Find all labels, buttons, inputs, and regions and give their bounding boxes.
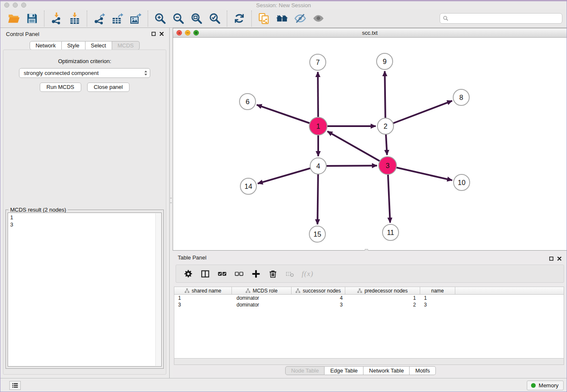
- table-tab-motifs[interactable]: Motifs: [410, 366, 436, 375]
- minimize-window-button[interactable]: [13, 3, 18, 8]
- result-line: 1: [10, 214, 159, 221]
- network-close-icon[interactable]: [176, 30, 182, 36]
- table-cell[interactable]: 1: [174, 295, 232, 301]
- node-label-10: 10: [458, 179, 465, 186]
- table-horizontal-scrollbar[interactable]: [174, 359, 564, 365]
- tab-mcds[interactable]: MCDS: [112, 41, 140, 50]
- show-eye-icon[interactable]: [312, 12, 325, 25]
- import-table-icon[interactable]: [68, 12, 81, 25]
- criterion-select[interactable]: strongly connected component: [19, 68, 150, 78]
- close-table-panel-icon[interactable]: [557, 255, 561, 262]
- list-icon: [11, 383, 19, 388]
- task-history-button[interactable]: [9, 381, 21, 390]
- memory-button[interactable]: Memory: [527, 381, 564, 390]
- table-row[interactable]: 1dominator411: [174, 295, 564, 301]
- column-header-name[interactable]: name: [420, 287, 455, 294]
- criterion-value: strongly connected component: [24, 70, 144, 76]
- tab-style[interactable]: Style: [62, 41, 85, 50]
- table-tab-node-table[interactable]: Node Table: [285, 366, 325, 375]
- save-session-icon[interactable]: [25, 12, 39, 25]
- edge-3-10[interactable]: [388, 166, 452, 180]
- result-line: 3: [10, 221, 159, 228]
- zoom-out-icon[interactable]: [172, 12, 185, 25]
- result-scrollbar[interactable]: [155, 213, 161, 366]
- zoom-fit-icon[interactable]: [190, 12, 203, 25]
- close-panel-button[interactable]: Close panel: [87, 83, 130, 92]
- uncheck-all-icon[interactable]: [234, 269, 244, 279]
- column-header-label: name: [431, 288, 444, 294]
- table-panel-title: Table Panel: [178, 254, 206, 261]
- table-header-row: shared nameMCDS rolesuccessor nodesprede…: [174, 287, 564, 295]
- table-cell[interactable]: 4: [292, 295, 345, 301]
- table-tab-edge-table[interactable]: Edge Table: [325, 366, 363, 375]
- node-label-6: 6: [245, 98, 249, 105]
- search-icon: [443, 15, 449, 22]
- zoom-window-button[interactable]: [21, 3, 26, 8]
- edge-4-15[interactable]: [317, 166, 318, 224]
- table-cell[interactable]: 1: [420, 295, 455, 301]
- close-panel-icon[interactable]: [160, 32, 164, 36]
- vertical-splitter[interactable]: [170, 28, 173, 378]
- edge-2-8[interactable]: [385, 101, 452, 126]
- mcds-result-text[interactable]: 13: [8, 213, 162, 367]
- column-header-predecessor-nodes[interactable]: predecessor nodes: [345, 287, 420, 294]
- open-session-icon[interactable]: [7, 12, 20, 25]
- table-cell[interactable]: dominator: [232, 301, 292, 308]
- gear-icon[interactable]: [183, 269, 193, 279]
- check-all-icon[interactable]: [217, 269, 227, 279]
- control-panel-title: Control Panel: [6, 31, 39, 37]
- close-window-button[interactable]: [4, 3, 9, 8]
- zoom-selected-icon[interactable]: [208, 12, 221, 25]
- float-table-panel-icon[interactable]: [549, 255, 553, 262]
- export-image-icon[interactable]: [129, 12, 142, 25]
- edge-1-6[interactable]: [257, 105, 318, 126]
- edge-4-3[interactable]: [318, 166, 377, 166]
- table-row[interactable]: 3dominator323: [174, 301, 564, 308]
- tab-select[interactable]: Select: [85, 41, 112, 50]
- network-maximize-icon[interactable]: [193, 30, 199, 36]
- column-header-label: MCDS role: [253, 288, 278, 294]
- run-mcds-button[interactable]: Run MCDS: [40, 83, 81, 92]
- zoom-in-icon[interactable]: [154, 12, 167, 25]
- search-input[interactable]: [449, 14, 562, 23]
- trash-icon[interactable]: [268, 269, 278, 279]
- control-panel-tabs: NetworkStyleSelectMCDS: [0, 41, 169, 50]
- float-panel-icon[interactable]: [151, 32, 156, 36]
- add-column-icon[interactable]: [251, 269, 261, 279]
- mcds-result-group: MCDS result (2 nodes) 13: [6, 210, 164, 369]
- network-window-titlebar[interactable]: scc.txt: [173, 28, 567, 38]
- import-network-icon[interactable]: [50, 12, 63, 25]
- tab-network[interactable]: Network: [30, 41, 62, 50]
- column-header-shared-name[interactable]: shared name: [174, 287, 232, 294]
- toolbar-group: [251, 11, 330, 27]
- node-label-9: 9: [383, 58, 386, 65]
- toolbar-group: [2, 11, 44, 27]
- copy-view-icon[interactable]: [257, 12, 270, 25]
- table-tabs: Node TableEdge TableNetwork TableMotifs: [163, 366, 558, 375]
- edge-4-14[interactable]: [258, 166, 318, 184]
- table-cell[interactable]: 1: [345, 295, 420, 301]
- refresh-icon[interactable]: [233, 12, 246, 25]
- search-box[interactable]: [440, 13, 562, 24]
- node-label-3: 3: [385, 162, 389, 169]
- column-header-successor-nodes[interactable]: successor nodes: [292, 287, 345, 294]
- table-cell[interactable]: 3: [292, 301, 345, 308]
- edge-3-1[interactable]: [328, 131, 388, 166]
- home-layout-icon[interactable]: [275, 12, 289, 25]
- table-cell[interactable]: 3: [174, 301, 232, 308]
- main-titlebar: Session: New Session: [0, 1, 567, 9]
- table-tab-network-table[interactable]: Network Table: [363, 366, 410, 375]
- split-panel-icon[interactable]: [200, 269, 210, 279]
- network-minimize-icon[interactable]: [185, 30, 190, 36]
- network-canvas[interactable]: 7968124314101511: [173, 38, 567, 250]
- network-graph: 7968124314101511: [173, 38, 567, 251]
- table-cell[interactable]: 2: [345, 301, 420, 308]
- hide-eye-icon[interactable]: [294, 12, 307, 25]
- mcds-panel: Optimization criterion: strongly connect…: [3, 50, 166, 375]
- table-cell[interactable]: 3: [420, 301, 455, 308]
- export-table-icon[interactable]: [111, 12, 124, 25]
- table-cell[interactable]: dominator: [232, 295, 292, 301]
- column-type-icon: [295, 288, 300, 293]
- export-network-icon[interactable]: [93, 12, 106, 25]
- column-header-mcds-role[interactable]: MCDS role: [232, 287, 292, 294]
